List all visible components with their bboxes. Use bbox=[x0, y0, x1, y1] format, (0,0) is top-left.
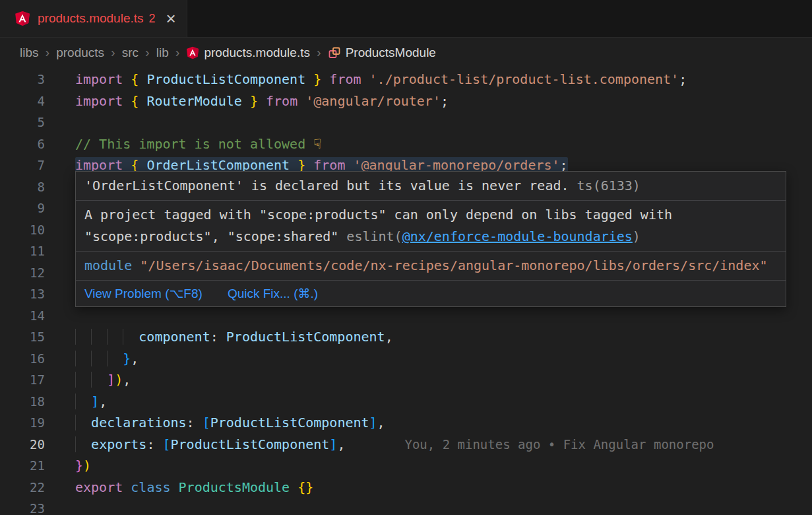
tab-title: products.module.ts bbox=[38, 11, 144, 26]
code-line-3[interactable]: 3import { ProductListComponent } from '.… bbox=[0, 69, 812, 90]
angular-icon bbox=[186, 46, 199, 59]
code-line-content bbox=[45, 197, 75, 219]
code-token: {} bbox=[297, 479, 313, 495]
code-token: exports bbox=[91, 436, 146, 452]
code-line-16[interactable]: 16 }, bbox=[0, 348, 812, 370]
breadcrumb-item-libs[interactable]: libs bbox=[20, 46, 39, 60]
tab-bar: products.module.ts 2 × bbox=[0, 0, 812, 38]
line-number: 13 bbox=[0, 283, 45, 305]
code-token: , bbox=[123, 372, 131, 388]
code-token: : bbox=[146, 436, 154, 452]
code-token: : bbox=[187, 415, 195, 430]
git-blame-annotation: You, 2 minutes ago • Fix Angular monorep… bbox=[404, 437, 714, 452]
code-line-content bbox=[45, 283, 75, 305]
code-token bbox=[123, 479, 131, 495]
code-token: export bbox=[75, 479, 123, 495]
code-token: eslint( bbox=[346, 228, 402, 244]
code-line-20[interactable]: 20 exports: [ProductListComponent],You, … bbox=[0, 434, 812, 456]
code-token: ] bbox=[329, 436, 337, 452]
code-token bbox=[297, 93, 305, 109]
code-line-content: declarations: [ProductListComponent], bbox=[45, 412, 385, 434]
tooltip-section-3: module "/Users/isaac/Documents/code/nx-r… bbox=[76, 252, 786, 281]
breadcrumb-label: ProductsModule bbox=[346, 46, 436, 60]
code-line-19[interactable]: 19 declarations: [ProductListComponent], bbox=[0, 412, 812, 434]
code-token: ; bbox=[441, 93, 449, 109]
code-token bbox=[75, 415, 91, 430]
code-line-5[interactable]: 5 bbox=[0, 112, 812, 133]
code-token: [ bbox=[203, 415, 210, 430]
code-token bbox=[123, 93, 131, 109]
code-line-23[interactable]: 23 bbox=[0, 498, 812, 515]
code-token: } bbox=[250, 93, 258, 109]
code-token bbox=[123, 71, 131, 87]
line-number: 21 bbox=[0, 455, 45, 477]
code-line-content: }, bbox=[45, 348, 139, 370]
code-token: { bbox=[131, 93, 139, 109]
code-token: ) bbox=[633, 228, 640, 244]
line-number: 7 bbox=[0, 154, 45, 176]
line-number: 15 bbox=[0, 326, 45, 348]
line-number: 19 bbox=[0, 412, 45, 434]
code-line-content bbox=[45, 219, 75, 241]
line-number: 18 bbox=[0, 391, 45, 413]
code-line-4[interactable]: 4import { RouterModule } from '@angular/… bbox=[0, 90, 812, 112]
code-line-18[interactable]: 18 ], bbox=[0, 391, 812, 413]
breadcrumb-item-src[interactable]: src bbox=[122, 46, 139, 60]
code-token: , bbox=[377, 415, 385, 430]
breadcrumb-item-products.module.ts[interactable]: products.module.ts bbox=[186, 46, 310, 60]
eslint-rule-link[interactable]: @nx/enforce-module-boundaries bbox=[402, 228, 633, 244]
code-line-content: }) bbox=[45, 455, 91, 477]
code-line-21[interactable]: 21}) bbox=[0, 455, 812, 477]
class-symbol-icon bbox=[328, 46, 341, 59]
code-token: , bbox=[131, 351, 139, 366]
line-number: 4 bbox=[0, 90, 45, 112]
code-token: , bbox=[99, 394, 107, 409]
breadcrumb-label: libs bbox=[20, 46, 39, 60]
breadcrumb-separator-icon: › bbox=[46, 45, 50, 60]
code-line-14[interactable]: 14 bbox=[0, 305, 812, 327]
code-token bbox=[258, 93, 266, 109]
line-number: 22 bbox=[0, 477, 45, 498]
code-token: } bbox=[123, 351, 131, 366]
breadcrumb-item-products[interactable]: products bbox=[56, 46, 104, 60]
code-token: '@angular/router' bbox=[305, 93, 441, 109]
code-editor: 3import { ProductListComponent } from '.… bbox=[0, 67, 812, 515]
tab-products-module[interactable]: products.module.ts 2 × bbox=[0, 0, 187, 37]
code-token: from bbox=[266, 93, 297, 109]
close-icon[interactable]: × bbox=[166, 10, 176, 27]
code-line-content: component: ProductListComponent, bbox=[45, 326, 393, 348]
code-token: } bbox=[75, 458, 83, 473]
code-line-22[interactable]: 22export class ProductsModule {} bbox=[0, 477, 812, 498]
code-line-15[interactable]: 15 component: ProductListComponent, bbox=[0, 326, 812, 348]
line-number: 8 bbox=[0, 176, 45, 198]
code-line-content: exports: [ProductListComponent],You, 2 m… bbox=[45, 434, 714, 456]
breadcrumb-label: products.module.ts bbox=[204, 46, 310, 60]
breadcrumb-item-ProductsModule[interactable]: ProductsModule bbox=[328, 46, 436, 60]
code-line-content: import { RouterModule } from '@angular/r… bbox=[45, 90, 449, 112]
line-number: 12 bbox=[0, 262, 45, 284]
code-token bbox=[75, 372, 107, 388]
code-token bbox=[75, 329, 139, 345]
code-line-content bbox=[45, 498, 75, 515]
breadcrumb-item-lib[interactable]: lib bbox=[156, 46, 169, 60]
line-number: 11 bbox=[0, 240, 45, 262]
quick-fix-action[interactable]: Quick Fix... (⌘.) bbox=[228, 286, 318, 301]
code-token bbox=[290, 479, 297, 495]
line-number: 23 bbox=[0, 498, 45, 515]
breadcrumb-separator-icon: › bbox=[111, 45, 115, 60]
tooltip-section-2: A project tagged with "scope:products" c… bbox=[76, 201, 786, 252]
code-token bbox=[154, 436, 162, 452]
code-line-content: ]), bbox=[45, 369, 131, 391]
code-token: ProductListComponent bbox=[210, 415, 369, 430]
code-line-content bbox=[45, 176, 75, 198]
tab-error-badge: 2 bbox=[149, 12, 156, 26]
code-line-6[interactable]: 6// This import is not allowed ☟ bbox=[0, 133, 812, 155]
code-token: , bbox=[337, 436, 345, 452]
code-token: component bbox=[139, 329, 210, 345]
code-line-17[interactable]: 17 ]), bbox=[0, 369, 812, 391]
code-token: ] bbox=[369, 415, 377, 430]
code-token: ts(6133) bbox=[577, 178, 640, 193]
view-problem-action[interactable]: View Problem (⌥F8) bbox=[84, 286, 203, 301]
code-token: './product-list/product-list.component' bbox=[369, 71, 679, 87]
code-token bbox=[132, 258, 140, 273]
